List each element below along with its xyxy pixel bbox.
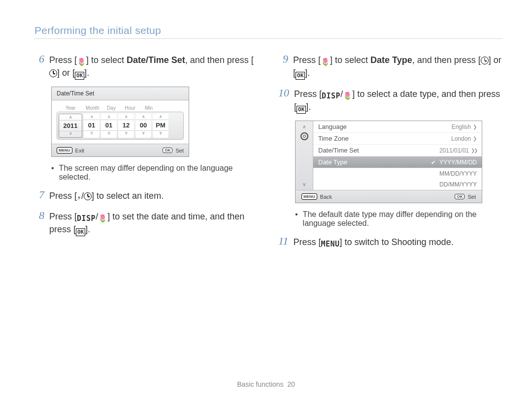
menu-row-language[interactable]: Language English❯: [313, 121, 482, 133]
exit-action[interactable]: MENUExit: [57, 147, 84, 154]
chevron-down-icon: ∨: [302, 182, 306, 187]
chevron-right-icon: ❯: [473, 136, 477, 141]
ok-icon: OK: [163, 148, 172, 153]
chevron-right-icon: ❯: [473, 124, 477, 129]
text: ] to select: [330, 55, 370, 65]
row-value: London: [451, 135, 471, 142]
value: 12: [118, 120, 134, 131]
menu-option[interactable]: MM/DD/YYYY: [313, 168, 482, 179]
wheel-labels: Year Month Day Hour Min: [57, 105, 184, 112]
step-number: 6: [34, 53, 49, 65]
ok-icon: OK: [297, 106, 306, 114]
value: 00: [135, 120, 151, 131]
step-6: 6 Press [] to select Date/Time Set, and …: [34, 53, 259, 80]
value: 01: [84, 120, 100, 131]
screen-footer: MENUExit OKSet: [52, 144, 189, 156]
label: Set: [175, 148, 184, 154]
timer-icon: [84, 192, 92, 200]
step-number: 7: [34, 188, 49, 201]
wheel-month[interactable]: ∧01∨: [84, 114, 100, 138]
step-body: Press [] to select Date/Time Set, and th…: [49, 53, 259, 80]
step-number: 11: [278, 235, 293, 247]
text: , and then press [: [412, 55, 481, 65]
text: Press [: [49, 212, 77, 221]
wheel-hour[interactable]: ∧12∨: [118, 114, 134, 138]
set-action[interactable]: OKSet: [455, 193, 476, 200]
text: Press [: [49, 55, 77, 65]
option-label: DD/MM/YYYY: [439, 181, 477, 188]
text: ] to select: [86, 55, 127, 65]
row-label: Time Zone: [318, 135, 349, 142]
chevron-up-icon: ∧: [302, 124, 306, 129]
macro-icon: [321, 59, 330, 66]
wheel-day[interactable]: ∧01∨: [101, 114, 117, 138]
value: 2011: [59, 120, 82, 131]
screen-title: Date/Time Set: [52, 87, 189, 100]
note-text: The default date type may differ dependi…: [303, 210, 502, 228]
label-year: Year: [59, 105, 82, 111]
ok-icon: OK: [75, 72, 84, 80]
label-hour: Hour: [122, 105, 138, 111]
date-type-screen: ∧ ∨ Language English❯ Time Zone London❯: [295, 121, 482, 203]
menu-option[interactable]: DD/MM/YYYY: [313, 179, 482, 190]
bold-label: Date/Time Set: [127, 55, 185, 65]
bold-label: Date Type: [370, 55, 412, 65]
text: , and then press [: [185, 55, 254, 65]
step-11: 11 Press [MENU] to switch to Shooting mo…: [278, 235, 502, 248]
step-8: 8 Press [DISP/] to set the date and time…: [34, 209, 259, 236]
wheel-ampm[interactable]: ∧PM∨: [153, 114, 168, 138]
step-number: 8: [34, 209, 49, 222]
label-month: Month: [84, 105, 101, 111]
macro-icon: [77, 59, 86, 66]
value: PM: [153, 120, 168, 131]
step-9: 9 Press [] to select Date Type, and then…: [278, 53, 502, 80]
row-label: Language: [318, 123, 347, 130]
macro-icon: [98, 215, 107, 223]
datetime-screen: Date/Time Set Year Month Day Hour Min ∧2…: [51, 87, 189, 157]
menu-list: Language English❯ Time Zone London❯ Date…: [313, 121, 482, 190]
value: 01: [101, 120, 117, 131]
text: ].: [305, 68, 310, 78]
macro-icon: [343, 93, 352, 100]
menu-row-datetime[interactable]: Date/Time Set 2011/01/01❯❯: [313, 145, 482, 156]
wheel-row: ∧2011∨ ∧01∨ ∧01∨ ∧12∨ ∧00∨ ∧PM∨: [57, 112, 184, 140]
step-7: 7 Press [/] to select an item.: [34, 188, 259, 202]
disp-icon: DISP: [77, 215, 96, 223]
text: ] or [: [57, 68, 75, 78]
menu-icon: MENU: [321, 241, 339, 248]
label: Set: [467, 194, 476, 200]
timer-icon: [481, 57, 489, 64]
footer-page: 20: [287, 380, 295, 388]
text: ] to switch to Shooting mode.: [340, 237, 454, 247]
wheel-year[interactable]: ∧2011∨: [59, 114, 82, 138]
step-number: 9: [278, 53, 293, 65]
step-body: Press [] to select Date Type, and then p…: [293, 53, 502, 80]
text: Press [: [49, 191, 77, 201]
left-column: 6 Press [] to select Date/Time Set, and …: [34, 53, 259, 255]
right-column: 9 Press [] to select Date Type, and then…: [278, 53, 502, 255]
menu-icon: MENU: [301, 193, 317, 200]
text: ].: [84, 68, 89, 78]
wheel-min[interactable]: ∧00∨: [135, 114, 151, 138]
step-number: 10: [278, 87, 294, 99]
text: Press [: [294, 89, 322, 99]
row-value: English: [452, 123, 471, 130]
text: Press [: [293, 237, 321, 247]
label: Exit: [75, 148, 84, 154]
screen-footer: MENUBack OKSet: [296, 190, 482, 203]
step-body: Press [MENU] to switch to Shooting mode.: [293, 235, 502, 248]
timer-icon: [49, 69, 57, 77]
chevron-double-right-icon: ❯❯: [471, 148, 477, 153]
menu-row-timezone[interactable]: Time Zone London❯: [313, 133, 482, 145]
label: Back: [320, 194, 332, 200]
set-action[interactable]: OKSet: [163, 147, 184, 154]
note-screen-language: The screen may differ depending on the l…: [51, 164, 259, 182]
text: ] to select an item.: [92, 191, 164, 201]
footer-section: Basic functions: [237, 380, 283, 388]
check-icon: [431, 159, 437, 166]
text: Press [: [293, 55, 321, 65]
step-body: Press [DISP/] to set the date and time, …: [49, 209, 259, 236]
menu-row-datetype[interactable]: Date Type YYYY/MM/DD: [313, 156, 482, 168]
back-action[interactable]: MENUBack: [301, 193, 332, 200]
disp-icon: DISP: [322, 93, 340, 100]
